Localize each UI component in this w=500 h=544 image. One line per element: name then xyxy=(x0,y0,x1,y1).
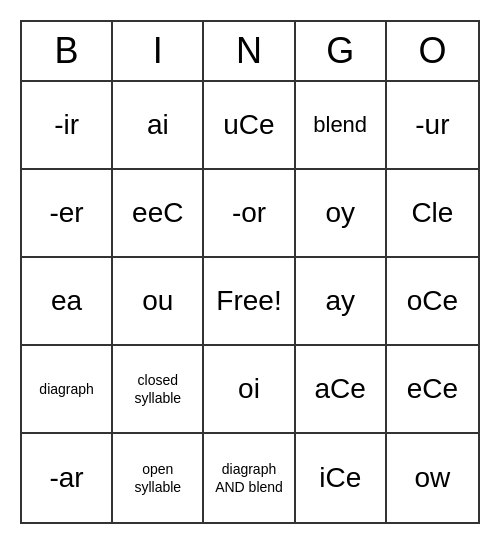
cell-text-r2-c3: ay xyxy=(325,285,355,317)
cell-text-r4-c0: -ar xyxy=(49,462,83,494)
cell-text-r0-c1: ai xyxy=(147,109,169,141)
header-cell-o: O xyxy=(387,22,478,80)
header-cell-n: N xyxy=(204,22,295,80)
cell-text-r4-c2: diagraph AND blend xyxy=(208,460,289,496)
cell-r0-c1: ai xyxy=(113,82,204,170)
cell-r4-c4: ow xyxy=(387,434,478,522)
cell-r4-c3: iCe xyxy=(296,434,387,522)
cell-r3-c4: eCe xyxy=(387,346,478,434)
cell-text-r1-c0: -er xyxy=(49,197,83,229)
bingo-grid: -iraiuCeblend-ur-ereeC-oroyCleeaouFree!a… xyxy=(22,82,478,522)
cell-text-r0-c4: -ur xyxy=(415,109,449,141)
cell-r0-c4: -ur xyxy=(387,82,478,170)
cell-r2-c2: Free! xyxy=(204,258,295,346)
cell-r2-c3: ay xyxy=(296,258,387,346)
cell-text-r3-c3: aCe xyxy=(315,373,366,405)
cell-text-r2-c1: ou xyxy=(142,285,173,317)
cell-text-r4-c4: ow xyxy=(414,462,450,494)
cell-r2-c4: oCe xyxy=(387,258,478,346)
cell-text-r3-c4: eCe xyxy=(407,373,458,405)
cell-text-r4-c1: open syllable xyxy=(117,460,198,496)
cell-text-r2-c0: ea xyxy=(51,285,82,317)
cell-r3-c3: aCe xyxy=(296,346,387,434)
cell-text-r1-c4: Cle xyxy=(411,197,453,229)
cell-text-r1-c3: oy xyxy=(325,197,355,229)
header-cell-i: I xyxy=(113,22,204,80)
cell-r2-c0: ea xyxy=(22,258,113,346)
bingo-card: BINGO -iraiuCeblend-ur-ereeC-oroyCleeaou… xyxy=(20,20,480,524)
cell-r3-c1: closed syllable xyxy=(113,346,204,434)
cell-r4-c2: diagraph AND blend xyxy=(204,434,295,522)
header-cell-g: G xyxy=(296,22,387,80)
cell-r0-c2: uCe xyxy=(204,82,295,170)
cell-r3-c0: diagraph xyxy=(22,346,113,434)
bingo-header: BINGO xyxy=(22,22,478,82)
cell-text-r3-c2: oi xyxy=(238,373,260,405)
cell-r1-c1: eeC xyxy=(113,170,204,258)
cell-r4-c0: -ar xyxy=(22,434,113,522)
cell-r4-c1: open syllable xyxy=(113,434,204,522)
cell-r1-c2: -or xyxy=(204,170,295,258)
cell-text-r2-c4: oCe xyxy=(407,285,458,317)
cell-r0-c0: -ir xyxy=(22,82,113,170)
cell-text-r0-c2: uCe xyxy=(223,109,274,141)
header-cell-b: B xyxy=(22,22,113,80)
cell-text-r2-c2: Free! xyxy=(216,285,281,317)
cell-r2-c1: ou xyxy=(113,258,204,346)
cell-text-r0-c3: blend xyxy=(313,112,367,138)
cell-text-r1-c2: -or xyxy=(232,197,266,229)
cell-r1-c4: Cle xyxy=(387,170,478,258)
cell-r0-c3: blend xyxy=(296,82,387,170)
cell-r1-c3: oy xyxy=(296,170,387,258)
cell-text-r3-c0: diagraph xyxy=(39,380,94,398)
cell-r3-c2: oi xyxy=(204,346,295,434)
cell-text-r4-c3: iCe xyxy=(319,462,361,494)
cell-text-r3-c1: closed syllable xyxy=(117,371,198,407)
cell-text-r0-c0: -ir xyxy=(54,109,79,141)
cell-text-r1-c1: eeC xyxy=(132,197,183,229)
cell-r1-c0: -er xyxy=(22,170,113,258)
